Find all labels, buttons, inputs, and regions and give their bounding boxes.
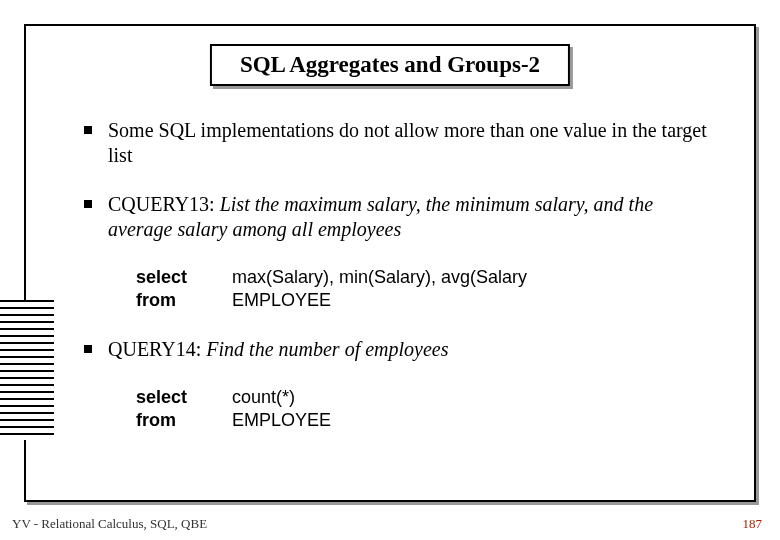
bullet-1: Some SQL implementations do not allow mo…: [84, 118, 710, 168]
bullet-3-prefix: QUERY14:: [108, 338, 206, 360]
slide-title: SQL Aggregates and Groups-2: [210, 44, 570, 86]
code2-from-val: EMPLOYEE: [232, 409, 331, 432]
slide-content: Some SQL implementations do not allow mo…: [84, 118, 710, 457]
footer-left: YV - Relational Calculus, SQL, QBE: [12, 516, 207, 532]
code1-select-val: max(Salary), min(Salary), avg(Salary: [232, 266, 527, 289]
code2-select-val: count(*): [232, 386, 295, 409]
square-bullet-icon: [84, 200, 92, 208]
footer-page-number: 187: [743, 516, 763, 532]
square-bullet-icon: [84, 345, 92, 353]
code1-select-kw: select: [136, 266, 232, 289]
code1-from-val: EMPLOYEE: [232, 289, 331, 312]
decorative-stripes: [0, 300, 54, 440]
code1-from-kw: from: [136, 289, 232, 312]
bullet-1-text: Some SQL implementations do not allow mo…: [108, 118, 710, 168]
square-bullet-icon: [84, 126, 92, 134]
bullet-3-italic: Find the number of employees: [206, 338, 448, 360]
slide-frame: SQL Aggregates and Groups-2 Some SQL imp…: [24, 24, 756, 502]
bullet-2-text: CQUERY13: List the maximum salary, the m…: [108, 192, 710, 242]
code2-select-kw: select: [136, 386, 232, 409]
bullet-2: CQUERY13: List the maximum salary, the m…: [84, 192, 710, 242]
bullet-2-prefix: CQUERY13:: [108, 193, 220, 215]
code-block-2: select count(*) from EMPLOYEE: [136, 386, 710, 433]
bullet-3: QUERY14: Find the number of employees: [84, 337, 710, 362]
bullet-3-text: QUERY14: Find the number of employees: [108, 337, 710, 362]
code2-from-kw: from: [136, 409, 232, 432]
code-block-1: select max(Salary), min(Salary), avg(Sal…: [136, 266, 710, 313]
